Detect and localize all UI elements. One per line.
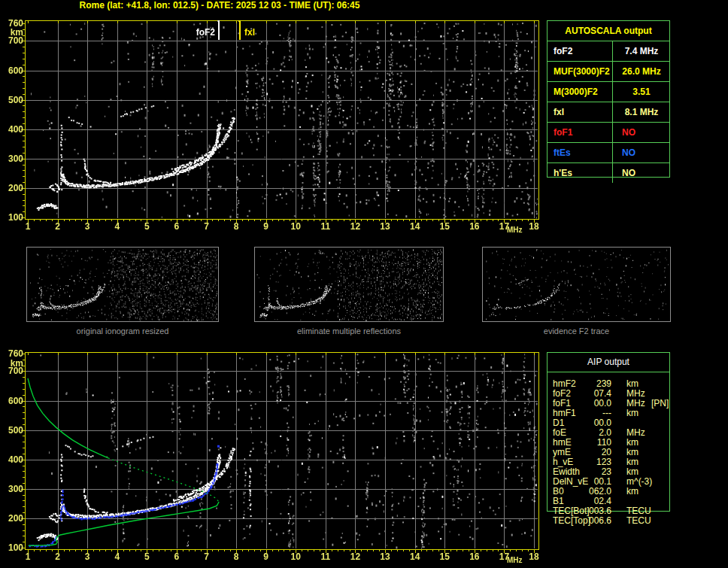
top-x-tick-13: 13 [376,222,394,232]
bottom-y-tick-400: 400 [1,455,23,465]
top-y-tick-600: 600 [1,66,23,76]
top-x-tick-7: 7 [198,222,216,232]
top-x-tick-14: 14 [406,222,424,232]
autoscala-window: Rome (lat: +41.8, lon: 012.5) - DATE: 20… [0,0,728,568]
autoscala-row-foF2: foF27.4 MHz [548,41,669,61]
top-y-tick-500: 500 [1,96,23,105]
top-y-tick-700: 700 [1,36,23,46]
autoscala-param-label: foF1 [554,123,572,142]
thumbnail-caption-3: evidence F2 trace [482,327,671,336]
bottom-plot-x-unit: MHz [507,556,523,565]
bottom-x-tick-3: 3 [78,552,96,562]
autoscala-param-label: foF2 [554,41,572,61]
autoscala-row-ftEs: ftEsNO [548,142,669,163]
thumbnail-multiple-reflections-removed [254,247,444,322]
aip-table-header: AIP output [548,353,669,371]
top-x-tick-6: 6 [168,222,186,232]
aip-row-TEC[Top]: TEC[Top]006.6TECU [548,516,669,526]
bottom-x-tick-13: 13 [376,552,394,562]
autoscala-output-table: AUTOSCALA output foF27.4 MHzMUF(3000)F22… [547,20,670,178]
aip-unit: km [626,409,639,418]
bottom-x-tick-10: 10 [287,552,305,562]
bottom-x-tick-4: 4 [108,552,126,562]
autoscala-param-value: NO [612,143,670,163]
top-x-tick-1: 1 [19,222,37,232]
top-y-tick-200: 200 [1,184,23,193]
top-x-tick-5: 5 [138,222,156,232]
bottom-x-tick-6: 6 [168,552,186,562]
autoscala-param-value: 26.0 MHz [612,62,670,81]
autoscala-row-h'Es: h'EsNO [548,163,669,183]
bottom-x-tick-9: 9 [257,552,275,562]
autoscala-row-fxI: fxI8.1 MHz [548,102,669,122]
aip-extra: [PN] [651,399,669,409]
bottom-x-tick-2: 2 [49,552,67,562]
thumbnail-caption-2: eliminate multiple reflections [254,327,444,336]
bottom-x-tick-5: 5 [138,552,156,562]
top-x-tick-4: 4 [108,222,126,232]
autoscala-param-label: ftEs [554,143,571,163]
autoscala-table-rows: foF27.4 MHzMUF(3000)F226.0 MHzM(3000)F23… [548,41,669,183]
top-x-tick-10: 10 [287,222,305,232]
top-x-tick-9: 9 [257,222,275,232]
autoscala-param-value: 3.51 [612,82,670,102]
bottom-plot-y-unit: km [1,359,23,369]
fxI-marker-line [239,20,241,40]
top-y-tick-400: 400 [1,125,23,135]
autoscala-row-foF1: foF1NO [548,122,669,142]
foF2-marker-label: foF2 [185,28,215,38]
thumbnail-evidence-f2-trace [482,247,671,322]
foF2-marker-line [218,20,220,40]
aip-unit: TECU [626,516,651,526]
window-title: Rome (lat: +41.8, lon: 012.5) - DATE: 20… [0,0,439,11]
thumbnail-original-ionogram [26,247,219,322]
autoscala-param-value: NO [612,163,670,183]
autoscala-param-value: 7.4 MHz [612,41,670,61]
autoscala-param-value: 8.1 MHz [612,102,670,122]
top-x-tick-18: 18 [525,222,543,232]
top-x-tick-3: 3 [78,222,96,232]
top-plot-y-unit: km [1,28,23,38]
bottom-x-tick-15: 15 [435,552,453,562]
autoscala-table-header: AUTOSCALA output [548,21,669,41]
bottom-x-tick-12: 12 [346,552,364,562]
bottom-x-tick-1: 1 [19,552,37,562]
autoscala-param-value: NO [612,123,670,142]
thumbnail-caption-1: original ionogram resized [26,327,219,336]
bottom-x-tick-8: 8 [227,552,245,562]
bottom-x-tick-18: 18 [525,552,543,562]
bottom-x-tick-14: 14 [406,552,424,562]
top-plot-x-unit: MHz [507,226,523,235]
aip-header-divider [548,372,669,372]
top-ionogram-canvas [20,20,539,224]
top-y-tick-300: 300 [1,154,23,164]
bottom-y-tick-200: 200 [1,514,23,524]
top-x-tick-16: 16 [466,222,484,232]
bottom-x-tick-16: 16 [466,552,484,562]
bottom-y-tick-500: 500 [1,426,23,436]
top-x-tick-11: 11 [317,222,335,232]
autoscala-param-label: MUF(3000)F2 [554,62,610,81]
top-x-tick-12: 12 [346,222,364,232]
autoscala-row-MUF(3000)F2: MUF(3000)F226.0 MHz [548,61,669,81]
autoscala-row-M(3000)F2: M(3000)F23.51 [548,81,669,102]
bottom-x-tick-11: 11 [317,552,335,562]
aip-val: 006.6 [581,516,611,526]
aip-output-table: AIP output hmF2239kmfoF207.4MHzfoF100.0M… [547,352,670,512]
bottom-ionogram-canvas [20,351,539,555]
bottom-y-tick-300: 300 [1,484,23,494]
autoscala-param-label: M(3000)F2 [554,82,598,102]
bottom-x-tick-7: 7 [198,552,216,562]
top-x-tick-15: 15 [435,222,453,232]
aip-unit: km [626,487,639,497]
bottom-y-tick-600: 600 [1,396,23,406]
top-x-tick-2: 2 [49,222,67,232]
autoscala-param-label: fxI [554,102,564,122]
fxI-marker-label: fxI [244,28,255,38]
top-x-tick-8: 8 [227,222,245,232]
autoscala-param-label: h'Es [554,163,572,183]
